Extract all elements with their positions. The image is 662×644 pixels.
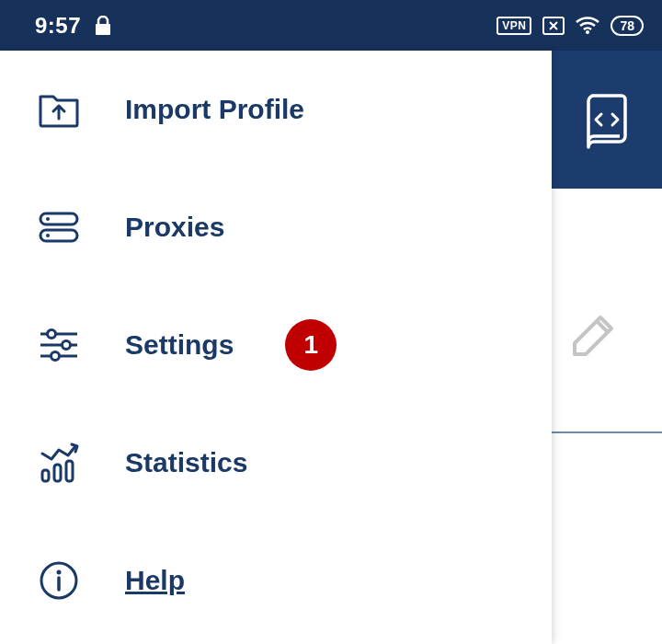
- profile-script-icon[interactable]: [581, 90, 633, 149]
- help-icon: [39, 560, 79, 601]
- statusbar-left: 9:57: [35, 13, 112, 39]
- menu-item-label: Statistics: [125, 447, 247, 478]
- content-divider: [552, 431, 662, 433]
- menu-item-settings[interactable]: Settings 1: [0, 286, 552, 404]
- settings-icon: [39, 325, 79, 365]
- import-icon: [39, 89, 79, 130]
- app-header: [552, 51, 662, 189]
- menu-item-import-profile[interactable]: Import Profile: [0, 51, 552, 168]
- svg-point-5: [46, 217, 50, 221]
- annotation-badge: 1: [285, 319, 337, 371]
- nav-drawer: Import Profile Proxies: [0, 51, 552, 644]
- clock-text: 9:57: [35, 13, 81, 39]
- svg-point-2: [586, 30, 589, 34]
- menu-item-statistics[interactable]: Statistics: [0, 404, 552, 522]
- close-box-icon: [542, 17, 565, 35]
- svg-rect-13: [42, 470, 49, 481]
- menu-item-label: Proxies: [125, 212, 224, 243]
- statusbar-right: VPN 78: [496, 16, 644, 36]
- lock-icon: [94, 16, 112, 36]
- svg-point-17: [57, 570, 62, 575]
- svg-point-10: [63, 341, 71, 350]
- svg-rect-0: [96, 24, 110, 35]
- menu-item-label: Import Profile: [125, 94, 304, 125]
- battery-badge: 78: [611, 16, 644, 36]
- screen: 9:57 VPN: [0, 0, 662, 644]
- menu-item-proxies[interactable]: Proxies: [0, 168, 552, 286]
- svg-point-6: [46, 234, 50, 237]
- svg-rect-15: [66, 461, 73, 481]
- svg-rect-14: [54, 465, 61, 481]
- menu-item-label: Settings: [125, 329, 234, 361]
- statistics-icon: [39, 443, 79, 483]
- wifi-icon: [576, 17, 599, 35]
- menu-item-help[interactable]: Help: [0, 522, 552, 639]
- vpn-badge: VPN: [496, 17, 531, 35]
- statusbar: 9:57 VPN: [0, 0, 662, 51]
- svg-point-8: [48, 330, 56, 339]
- edit-button[interactable]: [565, 308, 621, 363]
- svg-point-12: [51, 352, 60, 361]
- proxies-icon: [39, 207, 79, 247]
- menu-item-label: Help: [125, 565, 185, 596]
